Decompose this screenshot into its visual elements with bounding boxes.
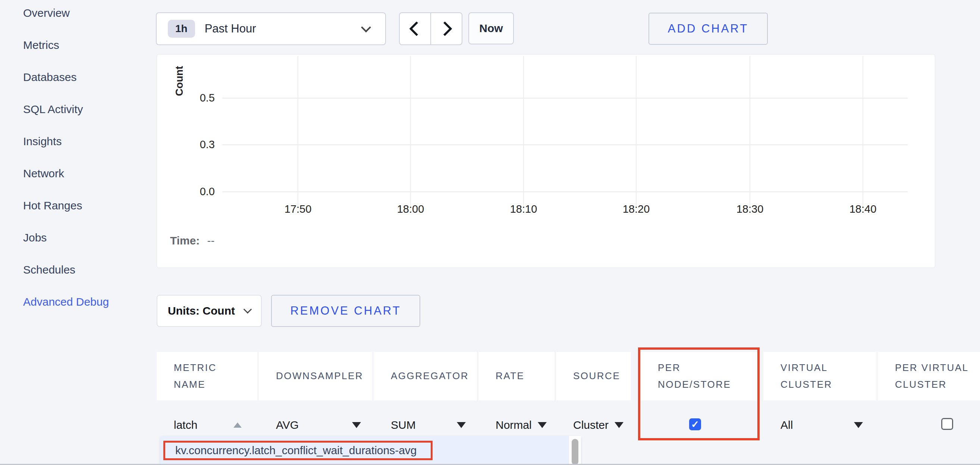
gridline-vertical: [298, 56, 298, 207]
previous-time-button[interactable]: [400, 13, 430, 45]
chevron-down-icon: [243, 305, 252, 314]
time-range-label: Past Hour: [205, 22, 363, 35]
chevron-down-icon: [854, 422, 863, 428]
time-readout-value: --: [207, 234, 215, 247]
column-header-metric-name: METRIC NAME: [157, 352, 257, 400]
metric-suggestions-dropdown: kv.concurrency.latch_conflict_wait_durat…: [160, 436, 581, 465]
add-chart-label: ADD CHART: [668, 22, 748, 35]
sidebar-item-advanced-debug[interactable]: Advanced Debug: [0, 286, 153, 318]
source-select[interactable]: Cluster: [573, 419, 631, 431]
gridline-vertical: [749, 56, 750, 207]
sidebar-item-label: Network: [23, 167, 64, 180]
sidebar-item-label: Overview: [23, 7, 70, 19]
x-tick-label: 18:00: [388, 203, 433, 215]
downsampler-value: AVG: [276, 419, 352, 431]
sidebar-item-metrics[interactable]: Metrics: [0, 29, 153, 61]
sidebar-item-jobs[interactable]: Jobs: [0, 222, 153, 254]
gridline-horizontal: [222, 192, 908, 192]
sidebar-item-insights[interactable]: Insights: [0, 125, 153, 158]
x-tick-label: 17:50: [275, 203, 320, 215]
chevron-up-icon: [234, 422, 242, 428]
sidebar-item-label: Advanced Debug: [23, 296, 109, 308]
source-value: Cluster: [573, 419, 609, 431]
chevron-down-icon: [352, 422, 361, 428]
virtual-cluster-select[interactable]: All: [781, 419, 863, 431]
chevron-right-icon: [438, 21, 452, 36]
gridline-vertical: [862, 56, 863, 207]
scrollbar-track[interactable]: [569, 436, 581, 465]
metric-suggestion-item[interactable]: kv.concurrency.latch_conflict_wait_durat…: [175, 436, 417, 465]
chevron-left-icon: [409, 21, 424, 36]
y-tick-label: 0.0: [181, 185, 215, 198]
chevron-down-icon: [457, 422, 466, 428]
time-step-buttons: [399, 12, 462, 45]
column-header-per-node-store: PER NODE/STORE: [641, 352, 759, 400]
aggregator-value: SUM: [391, 419, 457, 431]
column-header-virtual-cluster: VIRTUAL CLUSTER: [763, 352, 877, 400]
sidebar-item-network[interactable]: Network: [0, 158, 153, 190]
sidebar-item-label: Jobs: [23, 232, 47, 244]
sidebar-item-label: Schedules: [23, 264, 75, 276]
now-button-label: Now: [479, 22, 503, 35]
units-select-label: Units: Count: [168, 305, 235, 317]
column-header-source: SOURCE: [556, 352, 631, 400]
sidebar-item-label: SQL Activity: [23, 103, 83, 116]
scrollbar-thumb[interactable]: [572, 439, 578, 465]
sidebar-item-schedules[interactable]: Schedules: [0, 254, 153, 286]
x-tick-label: 18:30: [727, 203, 772, 215]
add-chart-button[interactable]: ADD CHART: [649, 13, 768, 45]
advanced-debug-custom-chart-page: Overview Metrics Databases SQL Activity …: [0, 0, 980, 465]
column-header-aggregator: AGGREGATOR: [374, 352, 477, 400]
gridline-vertical: [636, 56, 636, 207]
per-node-store-checkbox[interactable]: [689, 419, 701, 430]
remove-chart-button[interactable]: REMOVE CHART: [271, 295, 420, 327]
time-range-picker[interactable]: 1h Past Hour: [156, 12, 386, 45]
virtual-cluster-value: All: [781, 419, 854, 431]
gridline-horizontal: [222, 144, 908, 145]
x-tick-label: 18:40: [840, 203, 885, 215]
units-select[interactable]: Units: Count: [157, 295, 262, 327]
virtual-cluster-cell: All: [763, 409, 877, 441]
sidebar-item-label: Hot Ranges: [23, 199, 82, 212]
next-time-button[interactable]: [430, 13, 462, 45]
sidebar-item-label: Databases: [23, 71, 76, 84]
sidebar-item-databases[interactable]: Databases: [0, 61, 153, 93]
sidebar-item-sql-activity[interactable]: SQL Activity: [0, 93, 153, 125]
y-tick-label: 0.5: [181, 92, 215, 104]
y-tick-label: 0.3: [181, 139, 215, 151]
gridline-vertical: [523, 56, 524, 207]
chart-card: Count 0.5 0.3 0.0 17:50 18:00 18:10 18:2…: [157, 54, 935, 268]
column-header-downsampler: DOWNSAMPLER: [259, 352, 372, 400]
downsampler-select[interactable]: AVG: [276, 419, 361, 431]
rate-value: Normal: [496, 419, 532, 431]
sidebar-item-overview[interactable]: Overview: [0, 0, 153, 29]
aggregator-select[interactable]: SUM: [391, 419, 466, 431]
x-tick-label: 18:10: [501, 203, 546, 215]
sidebar-item-hot-ranges[interactable]: Hot Ranges: [0, 190, 153, 222]
metric-name-input[interactable]: [174, 419, 234, 431]
chevron-down-icon: [538, 422, 547, 428]
per-virtual-cluster-checkbox[interactable]: [941, 418, 953, 430]
now-button[interactable]: Now: [468, 12, 514, 45]
gridline-vertical: [410, 56, 411, 207]
sidebar: Overview Metrics Databases SQL Activity …: [0, 0, 153, 318]
chevron-down-icon: [614, 422, 624, 428]
chevron-down-icon: [361, 22, 371, 32]
sidebar-item-label: Metrics: [23, 39, 59, 51]
metric-suggestion-label: kv.concurrency.latch_conflict_wait_durat…: [175, 444, 417, 457]
column-header-rate: RATE: [479, 352, 555, 400]
hover-time-readout: Time:--: [170, 234, 215, 247]
column-header-per-virtual-cluster: PER VIRTUAL CLUSTER: [878, 352, 980, 400]
rate-select[interactable]: Normal: [496, 419, 555, 431]
x-tick-label: 18:20: [614, 203, 659, 215]
sidebar-item-label: Insights: [23, 135, 62, 148]
remove-chart-label: REMOVE CHART: [290, 304, 401, 318]
time-readout-label: Time:: [170, 234, 199, 247]
gridline-horizontal: [222, 98, 908, 99]
time-range-badge: 1h: [168, 20, 195, 38]
